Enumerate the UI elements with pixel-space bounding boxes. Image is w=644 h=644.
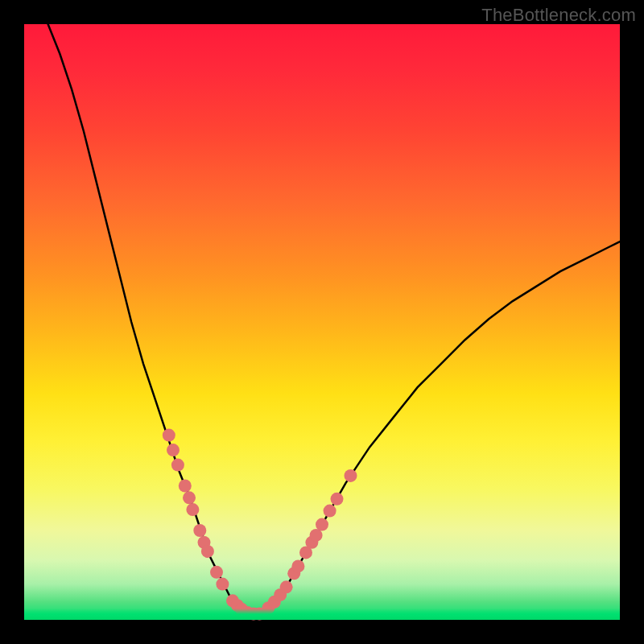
curve-marker — [247, 608, 260, 621]
watermark: TheBottleneck.com — [481, 5, 636, 26]
curve-marker — [331, 493, 344, 506]
curve-marker — [242, 606, 254, 619]
curve-marker — [186, 503, 199, 516]
curve-marker — [193, 524, 206, 537]
curve-marker — [171, 459, 184, 472]
curve-marker — [179, 480, 192, 493]
curve-markers — [163, 429, 357, 621]
curve-marker — [167, 444, 180, 456]
curve-marker — [235, 603, 248, 616]
curve-marker — [253, 608, 266, 621]
bottleneck-curve — [48, 24, 620, 614]
curve-marker — [210, 566, 223, 579]
curve-marker — [201, 545, 214, 558]
curve-marker — [316, 518, 328, 531]
curve-marker — [324, 505, 336, 518]
curve-marker — [163, 429, 175, 442]
curve-marker — [345, 469, 357, 482]
chart-frame: TheBottleneck.com — [0, 0, 644, 644]
chart-svg — [24, 24, 620, 620]
curve-marker — [291, 559, 304, 572]
plot-area — [24, 24, 620, 620]
curve-marker — [183, 491, 196, 504]
curve-marker — [216, 578, 229, 591]
curve-marker — [280, 580, 293, 593]
